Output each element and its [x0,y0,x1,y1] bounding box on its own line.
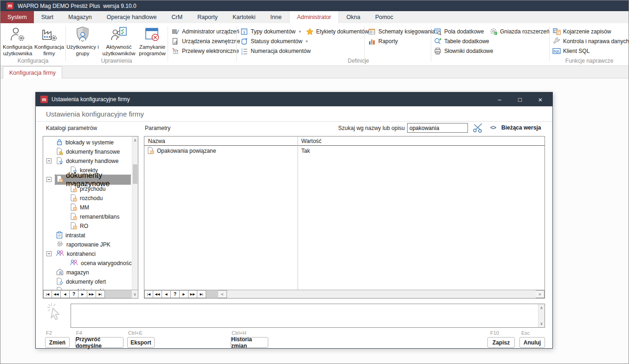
eksport-button[interactable]: Eksport [127,337,155,348]
tree-item[interactable]: magazyn [56,268,89,277]
ribbon-etykiety-dokumentow[interactable]: Etykiety dokumentów [305,26,369,36]
extra-fields-icon [434,28,442,35]
ribbon-uzytkownicy-i-grupy[interactable]: Użytkownicy i grupy [66,25,99,60]
menu-operacje-handlowe[interactable]: Operacje handlowe [99,11,164,23]
hscrollbar-thumb[interactable] [206,290,218,298]
nav-fast-prev-button[interactable]: ◀◀ [52,290,61,298]
scroll-down-icon[interactable]: ∨ [132,290,138,298]
nav-last-button[interactable]: ▶| [96,290,105,298]
menu-inne[interactable]: Inne [263,11,289,23]
anuluj-button[interactable]: Anuluj [519,337,545,348]
tree-collapse-toggle[interactable] [46,251,52,256]
nav-next-button[interactable]: ▶ [78,290,87,298]
ribbon-typy-dokumentow[interactable]: T Typy dokumentów ▾ [240,26,301,36]
przywroc-domyslne-button[interactable]: Przywróć domyślne [75,337,123,348]
scrollbar-thumb[interactable] [133,164,137,184]
tree-collapse-toggle[interactable] [46,177,52,182]
ribbon-slowniki-dodatkowe[interactable]: Słowniki dodatkowe [434,46,493,56]
ribbon-zamykanie-programow[interactable]: Zamykanie programów [137,25,168,60]
gear-people-icon [56,240,64,249]
tree-item[interactable]: rozchodu [70,194,103,203]
tree-item[interactable]: blokady w systemie [56,138,114,147]
nav-next-button[interactable]: ▶ [180,290,188,298]
tree-item[interactable]: dokumenty finansowe [56,147,120,156]
nav-last-button[interactable]: ▶| [197,290,206,298]
search-input[interactable] [407,123,468,133]
close-button[interactable]: × [530,92,551,106]
ribbon-item-label: Urządzenia zewnętrzne [182,38,240,45]
tree-collapse-toggle[interactable] [46,158,52,163]
maximize-button[interactable]: □ [510,92,530,106]
ribbon-pola-dodatkowe[interactable]: Pola dodatkowe [434,26,484,36]
nav-fast-next-button[interactable]: ▶▶ [87,290,96,298]
tree-item[interactable]: remanent/bilans [70,212,119,221]
historia-zmian-button[interactable]: Historia zmian [231,337,268,348]
scroll-up-icon[interactable]: ∧ [132,136,138,143]
tree-vertical-scrollbar[interactable]: ∧ [132,136,138,290]
scroll-up-icon[interactable]: ∧ [540,306,543,310]
ribbon-konfiguracja-uzytkownika[interactable]: Konfiguracja użytkownika [2,25,33,60]
nav-first-button[interactable]: |◀ [144,290,153,298]
hscrollbar-track[interactable] [227,290,536,298]
dialog-titlebar[interactable]: m Ustawienia konfiguracyjne firmy [36,92,552,106]
nav-search-button[interactable]: ? [70,290,78,298]
menu-kartoteki[interactable]: Kartoteki [225,11,263,23]
ribbon-statusy-dokumentow[interactable]: Statusy dokumentów ▾ [240,36,308,46]
scissors-icon[interactable] [472,121,484,135]
ribbon-tabele-dodatkowe[interactable]: Tabele dodatkowe [434,36,489,46]
ribbon-gniazda-rozszerzen[interactable]: Gniazda rozszerzeń [489,26,550,36]
tab-konfiguracja-firmy[interactable]: Konfiguracja firmy [3,66,62,78]
ribbon-aktywnosc-uzytkownikow[interactable]: Aktywność użytkowników [99,25,139,60]
nav-search-button[interactable]: ? [171,290,180,298]
scroll-down-icon[interactable]: ∨ [540,321,543,326]
ribbon-konfiguracja-firmy[interactable]: Konfiguracja firmy [33,25,65,60]
tree-item-selected[interactable]: dokumenty magazynowe [55,175,130,184]
nav-prev-button[interactable]: ◀ [162,290,171,298]
column-header-wartosc[interactable]: Wartość [298,138,322,144]
menu-system[interactable]: System [0,11,34,23]
tree-item[interactable]: ocena wiarygodności [70,259,132,268]
extra-dicts-icon [434,47,442,55]
tree-item[interactable]: dokumenty handlowe [56,156,118,166]
column-divider[interactable] [298,136,298,290]
tree-item[interactable]: kontrahenci [56,249,96,259]
ribbon-kojarzenie-zapisow[interactable]: Kojarzenie zapisów [552,26,611,36]
ribbon-urzadzenia-zewnetrzne[interactable]: Urządzenia zewnętrzne [171,36,240,46]
nav-fast-prev-button[interactable]: ◀◀ [153,290,162,298]
menu-okna[interactable]: Okna [339,11,368,23]
version-label[interactable]: Bieżąca wersja [501,124,541,131]
menu-administrator[interactable]: Administrator [289,11,339,23]
tree-item[interactable]: przychodu [70,184,105,194]
zmien-button[interactable]: Zmień [45,337,70,348]
nav-first-button[interactable]: |◀ [43,290,52,298]
nav-fast-next-button[interactable]: ▶▶ [188,290,197,298]
menu-pomoc[interactable]: Pomoc [368,11,401,23]
zapisz-button[interactable]: Zapisz [487,337,515,348]
minimize-button[interactable]: – [489,92,510,106]
menu-crm[interactable]: CrM [164,11,190,23]
tree-item[interactable]: RO [70,221,88,231]
ribbon-kontrola-naprawa[interactable]: Kontrola i naprawa danych [552,36,629,46]
tree-item[interactable]: MM [70,203,89,212]
menu-raporty[interactable]: Raporty [190,11,225,23]
column-header-nazwa[interactable]: Nazwa [144,138,298,144]
tree-item[interactable]: intrastat [56,231,85,240]
parameter-description-box[interactable]: ∧ ∨ [71,304,545,328]
ribbon-numeracja-dokumentow[interactable]: 123 Numeracja dokumentów [240,46,311,56]
menu-magazyn[interactable]: Magazyn [61,11,99,23]
nav-prev-button[interactable]: ◀ [61,290,70,298]
scroll-left-icon[interactable]: < [218,290,227,298]
ribbon-przelewy-elektroniczne[interactable]: Przelewy elektroniczne [171,46,239,56]
menu-start[interactable]: Start [34,11,61,23]
ribbon-raporty[interactable]: Raporty [368,36,398,46]
description-scrollbar[interactable]: ∧ ∨ [538,304,545,327]
ribbon-schematy-ksiegowania[interactable]: Schematy księgowania [368,26,435,36]
tree-item-clipped[interactable]: paczki kurierskie [56,286,107,290]
table-row[interactable]: Opakowania powiązane Tak [144,146,545,156]
tree-item[interactable]: dokumenty ofert [56,277,106,286]
ribbon-administrator-urzadzen[interactable]: Administrator urządzeń [171,26,239,36]
tree-item[interactable]: raportowanie JPK [56,240,110,249]
scroll-right-icon[interactable]: > [536,290,545,298]
compare-versions-button[interactable]: <> [490,124,496,131]
ribbon-klient-sql[interactable]: SQL Klient SQL [552,46,590,56]
